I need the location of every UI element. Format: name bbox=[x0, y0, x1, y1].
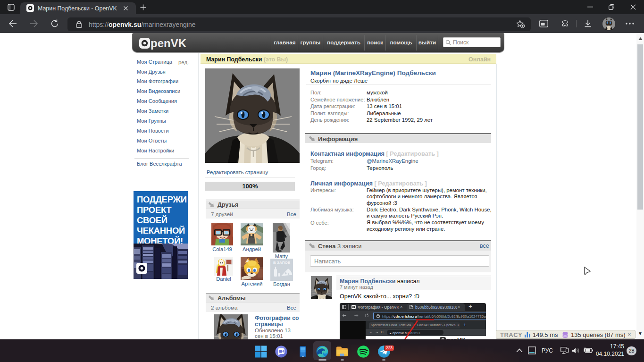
svg-text:В ЗАПОЕ: В ЗАПОЕ bbox=[273, 261, 291, 265]
